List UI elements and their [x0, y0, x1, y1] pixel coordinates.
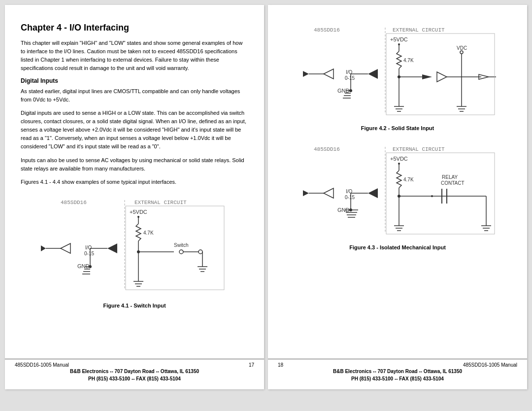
svg-text:4.7K: 4.7K	[403, 177, 414, 182]
page-right-footer: 18 485SDD16-1005 Manual B&B Electronics …	[268, 359, 527, 382]
svg-marker-95	[368, 188, 378, 198]
footer-manual-right: 485SDD16-1005 Manual	[463, 362, 517, 368]
intro-text: This chapter will explain "HIGH" and "LO…	[21, 39, 248, 72]
page-left-footer: 485SDD16-1005 Manual 17 B&B Electronics …	[5, 359, 264, 382]
svg-text:CONTACT: CONTACT	[441, 180, 465, 186]
figure3-diagram: 485SDD16 EXTERNAL CIRCUIT +5VDC 4.7K REL…	[294, 142, 501, 240]
section1-text2: Digital inputs are used to sense a HIGH …	[21, 109, 248, 151]
svg-marker-63	[303, 71, 309, 77]
svg-rect-120	[386, 153, 495, 234]
svg-text:485SDD16: 485SDD16	[314, 27, 340, 33]
page-right: 485SDD16 EXTERNAL CIRCUIT +5VDC 4.7K VDC	[268, 5, 527, 389]
svg-text:Switch: Switch	[174, 242, 188, 248]
svg-marker-59	[368, 69, 378, 79]
svg-text:RELAY: RELAY	[442, 174, 458, 180]
svg-text:GND: GND	[77, 263, 90, 269]
footer-phone-right: PH (815) 433-5100 -- FAX (815) 433-5104	[278, 375, 517, 382]
svg-text:VDC: VDC	[457, 45, 467, 51]
figure2-caption: Figure 4.2 - Solid State Input	[361, 125, 434, 131]
svg-marker-53	[422, 74, 432, 79]
svg-text:0-15: 0-15	[345, 195, 355, 200]
page-left: Chapter 4 - I/O Interfacing This chapter…	[5, 5, 264, 389]
svg-text:I/O: I/O	[85, 245, 92, 250]
svg-text:4.7K: 4.7K	[403, 58, 414, 63]
figure1-caption: Figure 4.1 - Switch Input	[103, 303, 166, 308]
footer-page-left: 17	[249, 362, 254, 368]
footer-page-right: 18	[278, 362, 283, 368]
svg-text:485SDD16: 485SDD16	[61, 200, 87, 206]
page-spread: Chapter 4 - I/O Interfacing This chapter…	[5, 5, 527, 389]
svg-point-11	[179, 250, 183, 254]
svg-text:EXTERNAL CIRCUIT: EXTERNAL CIRCUIT	[134, 200, 187, 206]
svg-text:0-15: 0-15	[345, 75, 355, 81]
chapter-title: Chapter 4 - I/O Interfacing	[21, 23, 248, 33]
svg-marker-61	[324, 69, 333, 79]
figure1-diagram: 485SDD16 EXTERNAL CIRCUIT +5VDC 4.7K	[31, 195, 238, 299]
svg-text:0-15: 0-15	[84, 251, 94, 256]
svg-text:4.7K: 4.7K	[143, 230, 154, 236]
figure2-diagram: 485SDD16 EXTERNAL CIRCUIT +5VDC 4.7K VDC	[294, 23, 501, 121]
section1-text4: Figures 4.1 - 4.4 show examples of some …	[21, 178, 248, 186]
svg-text:EXTERNAL CIRCUIT: EXTERNAL CIRCUIT	[393, 27, 445, 33]
svg-marker-97	[324, 188, 333, 198]
figure3-container: 485SDD16 EXTERNAL CIRCUIT +5VDC 4.7K REL…	[284, 142, 511, 250]
svg-point-48	[460, 51, 463, 54]
svg-marker-99	[303, 190, 309, 196]
section1-heading: Digital Inputs	[21, 77, 248, 84]
section1-text3: Inputs can also be used to sense AC volt…	[21, 156, 248, 173]
svg-text:EXTERNAL CIRCUIT: EXTERNAL CIRCUIT	[393, 146, 445, 152]
section1-text1: As stated earlier, digital input lines a…	[21, 87, 248, 104]
svg-point-13	[199, 250, 202, 254]
footer-company-left: B&B Electronics -- 707 Dayton Road -- Ot…	[15, 368, 254, 375]
svg-text:+5VDC: +5VDC	[130, 209, 147, 215]
figure1-container: 485SDD16 EXTERNAL CIRCUIT +5VDC 4.7K	[21, 195, 248, 308]
svg-text:+5VDC: +5VDC	[390, 156, 408, 162]
svg-rect-37	[126, 206, 224, 290]
footer-company-right: B&B Electronics -- 707 Dayton Road -- Ot…	[278, 368, 517, 375]
footer-phone-left: PH (815) 433-5100 -- FAX (815) 433-5104	[15, 375, 254, 382]
svg-rect-81	[386, 34, 495, 115]
svg-text:+5VDC: +5VDC	[390, 36, 408, 42]
svg-marker-18	[61, 243, 70, 253]
svg-marker-50	[437, 72, 447, 82]
svg-marker-16	[107, 243, 117, 253]
svg-text:485SDD16: 485SDD16	[314, 146, 340, 152]
svg-marker-20	[41, 245, 46, 251]
figure3-caption: Figure 4.3 - Isolated Mechanical Input	[349, 244, 446, 250]
footer-manual-left: 485SDD16-1005 Manual	[15, 362, 69, 368]
figure2-container: 485SDD16 EXTERNAL CIRCUIT +5VDC 4.7K VDC	[284, 23, 511, 131]
